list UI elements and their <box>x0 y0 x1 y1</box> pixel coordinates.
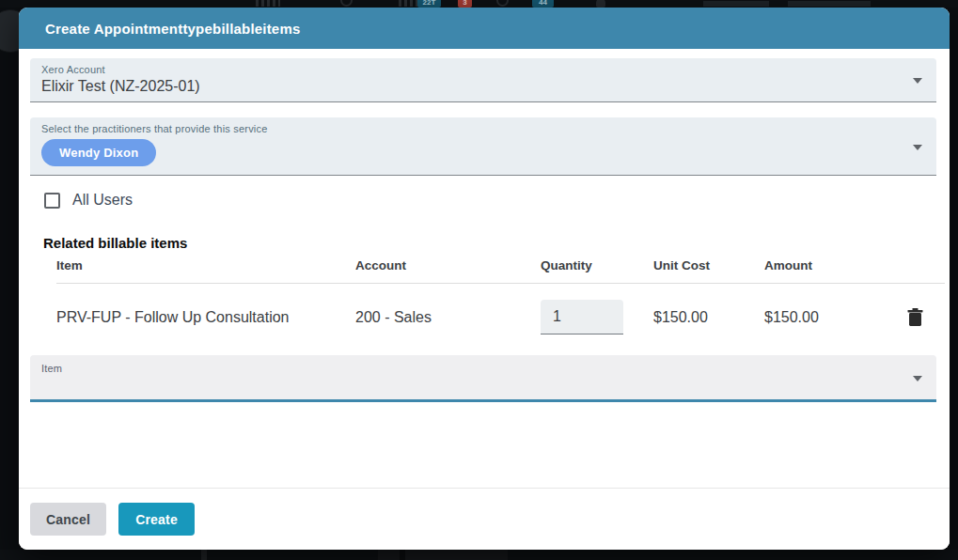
create-button[interactable]: Create <box>118 503 195 536</box>
column-header-quantity: Quantity <box>541 258 653 272</box>
dialog-footer: Cancel Create <box>19 488 950 550</box>
chevron-down-icon[interactable] <box>913 145 922 155</box>
column-header-item: Item <box>56 258 355 272</box>
status-badge: 22T <box>417 0 441 8</box>
create-appointment-type-billable-items-dialog: Create Appointmenttypebillableitems Xero… <box>19 8 950 550</box>
backdrop-bottom-fragment <box>201 550 207 560</box>
trash-icon <box>907 308 923 327</box>
cancel-button[interactable]: Cancel <box>30 503 106 536</box>
row-item-name: PRV-FUP - Follow Up Consultation <box>56 309 355 326</box>
all-users-row: All Users <box>44 192 950 209</box>
table-row: PRV-FUP - Follow Up Consultation 200 - S… <box>56 284 945 351</box>
billable-items-table: Item Account Quantity Unit Cost Amount P… <box>56 258 945 351</box>
new-item-select[interactable]: Item <box>30 355 936 402</box>
column-header-amount: Amount <box>764 258 877 272</box>
user-icon <box>596 0 605 8</box>
practitioner-chip[interactable]: Wendy Dixon <box>41 139 156 166</box>
practitioners-label: Select the practitioners that provide th… <box>41 123 925 134</box>
chevron-down-icon[interactable] <box>913 78 922 88</box>
count-badge: 44 <box>532 0 554 8</box>
new-item-label: Item <box>41 363 925 374</box>
clock-icon <box>496 0 509 7</box>
table-header-row: Item Account Quantity Unit Cost Amount <box>56 258 945 284</box>
dialog-header: Create Appointmenttypebillableitems <box>19 8 950 49</box>
backdrop-bottom-fragment <box>400 550 405 560</box>
dialog-title: Create Appointmenttypebillableitems <box>45 21 301 37</box>
row-account: 200 - Sales <box>355 309 541 326</box>
all-users-checkbox[interactable] <box>44 193 60 209</box>
search-icon <box>340 0 353 7</box>
row-unit-cost: $150.00 <box>653 309 764 326</box>
delete-row-button[interactable] <box>907 308 923 327</box>
backdrop-bottom-fragment <box>378 550 508 560</box>
practitioners-select[interactable]: Select the practitioners that provide th… <box>30 117 936 176</box>
xero-account-label: Xero Account <box>41 64 925 75</box>
row-amount: $150.00 <box>764 309 877 326</box>
related-billable-items-heading: Related billable items <box>43 235 950 251</box>
backdrop-text-fragment <box>788 1 871 7</box>
column-header-account: Account <box>355 258 541 272</box>
backdrop-text-fragment <box>703 1 769 7</box>
notification-badge: 3 <box>458 0 472 8</box>
chevron-down-icon[interactable] <box>913 376 922 386</box>
backdrop-bottom-strip <box>0 550 958 560</box>
xero-account-select[interactable]: Xero Account Elixir Test (NZ-2025-01) <box>30 58 936 102</box>
calendar-icon <box>256 0 280 7</box>
backdrop-toolbar-strip: 22T 3 44 <box>0 0 958 8</box>
all-users-label: All Users <box>72 192 133 209</box>
column-header-unit-cost: Unit Cost <box>653 258 764 272</box>
xero-account-value: Elixir Test (NZ-2025-01) <box>41 78 925 95</box>
quantity-input[interactable] <box>541 300 623 334</box>
